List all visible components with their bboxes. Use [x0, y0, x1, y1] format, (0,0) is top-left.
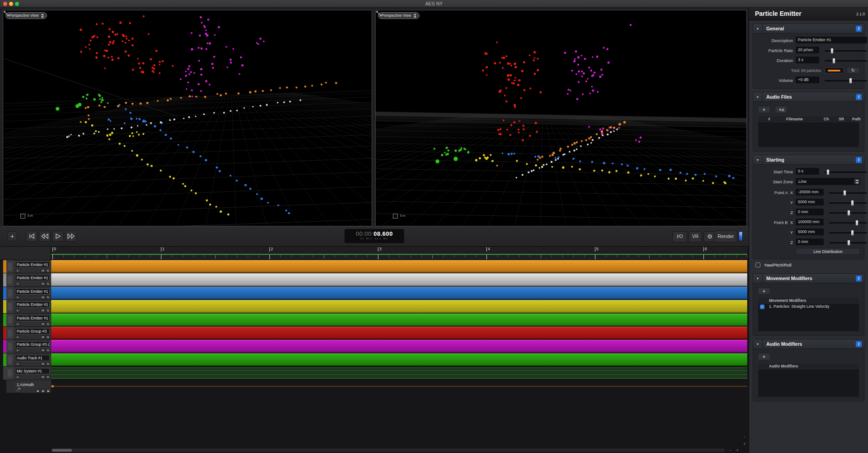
track-grip[interactable] — [6, 287, 14, 300]
solo-button[interactable]: S — [46, 296, 50, 299]
solo-button[interactable]: S — [46, 322, 50, 326]
track-add-button[interactable]: + — [15, 335, 20, 339]
track-grip[interactable] — [6, 273, 14, 286]
rewind-button[interactable] — [39, 231, 51, 242]
view-mode-dropdown[interactable]: Perspective View — [378, 12, 420, 19]
slider-thumb[interactable] — [843, 190, 846, 196]
fast-forward-button[interactable] — [65, 231, 77, 242]
solo-button[interactable]: S — [46, 309, 50, 312]
disclosure-triangle-icon[interactable]: ▼ — [753, 339, 763, 349]
mute-button[interactable]: M — [41, 362, 45, 366]
track-grip[interactable] — [6, 300, 14, 313]
track-grip[interactable] — [6, 260, 14, 273]
audio-modifiers-table[interactable]: Audio Modifiers — [758, 363, 859, 397]
track-name[interactable]: Audio Track #1 — [15, 355, 50, 361]
track-name[interactable]: Particle Emitter #1 cop — [15, 288, 50, 295]
audio-files-table[interactable]: # Filename Ch SR Path — [758, 116, 859, 148]
track-name[interactable]: Particle Emitter #1 cop — [15, 301, 50, 308]
track-header[interactable]: Particle Emitter #1 cop+MS — [14, 300, 51, 313]
slider-thumb[interactable] — [847, 210, 850, 216]
add-audio-modifier-button[interactable]: + — [758, 353, 770, 360]
track-grip[interactable] — [6, 340, 14, 353]
disclosure-triangle-icon[interactable]: ▼ — [753, 155, 763, 165]
point-a-z-slider[interactable] — [829, 212, 867, 214]
clip[interactable] — [51, 340, 747, 353]
mute-button[interactable]: M — [41, 269, 45, 272]
solo-button[interactable]: S — [46, 335, 50, 339]
add-track-button[interactable]: + — [7, 231, 17, 241]
vzoom-in-button[interactable]: + — [741, 441, 748, 447]
track-grip[interactable] — [6, 327, 14, 339]
track-name[interactable]: Particle Group #3 copy — [15, 341, 50, 348]
lock-icon[interactable] — [15, 389, 20, 392]
mute-button[interactable]: M — [41, 335, 45, 339]
point-a-x-slider[interactable] — [829, 192, 867, 194]
particle-rate-field[interactable]: 20 p/sec — [796, 47, 819, 53]
start-time-slider[interactable] — [825, 172, 867, 173]
solo-button[interactable]: S — [46, 348, 50, 352]
section-audio-files-header[interactable]: ▼ Audio Files i — [753, 92, 864, 102]
add-keyframe-button[interactable]: ◆ — [41, 389, 45, 392]
clip[interactable] — [51, 327, 747, 339]
loop-range-bar[interactable] — [51, 254, 747, 255]
point-b-x-field[interactable]: 100000 mm — [796, 219, 824, 225]
horizontal-scrollbar[interactable] — [51, 448, 725, 452]
add-movement-modifier-button[interactable]: + — [758, 287, 770, 295]
slider-thumb[interactable] — [851, 200, 854, 206]
automation-line[interactable] — [51, 386, 747, 387]
prev-keyframe-button[interactable]: ◀ — [35, 389, 40, 392]
slider-thumb[interactable] — [826, 169, 830, 175]
mute-button[interactable]: M — [41, 322, 45, 326]
track-name[interactable]: Particle Emitter #1 — [15, 262, 50, 268]
track-header[interactable]: Mic System #1+MS — [14, 367, 51, 379]
hzoom-in-button[interactable]: + — [734, 448, 741, 453]
info-icon[interactable]: i — [856, 94, 862, 100]
horizontal-scrollbar-thumb[interactable] — [52, 449, 72, 452]
mute-button[interactable]: M — [41, 309, 45, 312]
add-audio-file-button[interactable]: + — [758, 106, 770, 113]
mic-clip[interactable] — [51, 367, 747, 379]
track-header[interactable]: Particle Emitter #1 cop+MS — [14, 273, 51, 286]
clip[interactable] — [51, 300, 747, 313]
track-grip[interactable] — [6, 314, 14, 326]
info-icon[interactable]: i — [856, 26, 862, 32]
track-header[interactable]: 1.Azimuth◀◆▶ — [14, 380, 51, 393]
hzoom-out-button[interactable]: - — [727, 448, 733, 453]
expand-viewport-icon[interactable] — [3, 10, 9, 17]
render-button[interactable]: Render — [714, 230, 737, 243]
section-movement-modifiers-header[interactable]: ▼ Movement Modifiers i — [753, 274, 864, 283]
track-name[interactable]: Particle Emitter #1 cop — [15, 315, 50, 321]
expand-viewport-icon[interactable] — [376, 10, 382, 17]
slider-thumb[interactable] — [855, 220, 859, 226]
info-icon[interactable]: i — [856, 276, 862, 281]
particle-color-swatch[interactable] — [825, 67, 844, 73]
track-add-button[interactable]: + — [15, 375, 20, 379]
track-add-button[interactable]: + — [15, 362, 20, 366]
movement-modifier-item[interactable]: ✓ 1. Particles: Straight Line Velocity — [758, 304, 859, 310]
track-header[interactable]: Particle Group #3+MS — [14, 327, 51, 339]
vr-button[interactable]: VR — [689, 231, 702, 242]
point-a-x-field[interactable]: -20000 mm — [796, 189, 824, 196]
track-add-button[interactable]: + — [15, 282, 20, 286]
mute-button[interactable]: M — [41, 282, 45, 286]
viewport-left[interactable]: Perspective View 5 m — [3, 10, 372, 226]
track-header[interactable]: Particle Emitter #1 cop+MS — [14, 314, 51, 326]
mute-button[interactable]: M — [41, 348, 45, 352]
point-a-z-field[interactable]: 0 mm — [796, 209, 824, 215]
point-b-z-field[interactable]: 0 mm — [796, 238, 824, 245]
clip[interactable] — [51, 273, 747, 286]
point-b-z-slider[interactable] — [829, 242, 867, 243]
slider-thumb[interactable] — [849, 78, 852, 84]
timecode-display[interactable]: 00:00:08.600 Hr Min Sec Ms — [344, 229, 404, 243]
track-header[interactable]: Particle Emitter #1 cop+MS — [14, 287, 51, 300]
next-keyframe-button[interactable]: ▶ — [46, 389, 51, 392]
viewport-right[interactable]: Perspective View 5 m — [375, 10, 747, 226]
skip-to-start-button[interactable] — [26, 231, 38, 242]
clip[interactable] — [51, 287, 747, 300]
track-grip[interactable] — [6, 353, 14, 366]
section-audio-modifiers-header[interactable]: ▼ Audio Modifiers i — [753, 339, 864, 349]
track-grip[interactable] — [6, 367, 14, 379]
info-icon[interactable]: i — [856, 341, 862, 347]
solo-button[interactable]: S — [46, 282, 50, 286]
track-add-button[interactable]: + — [15, 269, 20, 272]
